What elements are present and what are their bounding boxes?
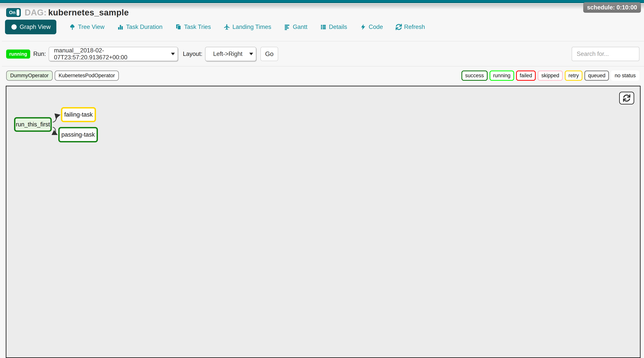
tab-task-duration[interactable]: Task Duration bbox=[117, 24, 162, 31]
certificate-icon bbox=[11, 24, 17, 30]
graph-refresh-button[interactable] bbox=[619, 92, 634, 104]
tab-details[interactable]: Details bbox=[320, 24, 347, 31]
align-left-icon bbox=[284, 24, 290, 30]
tab-landing-times[interactable]: Landing Times bbox=[224, 24, 271, 31]
run-select[interactable]: manual__2018-02-07T23:57:20.913672+00:00 bbox=[49, 47, 178, 61]
list-icon bbox=[320, 24, 326, 30]
tab-label: Task Duration bbox=[126, 24, 162, 31]
divider bbox=[2, 66, 644, 67]
bolt-icon bbox=[360, 24, 366, 30]
task-node-run-this-first[interactable]: run_this_first bbox=[14, 117, 52, 132]
tab-code[interactable]: Code bbox=[360, 24, 383, 31]
dag-graph-canvas[interactable]: run_this_first failing-task passing-task bbox=[6, 86, 640, 358]
dag-header: On DAG:kubernetes_sample bbox=[6, 8, 129, 17]
view-tabs: Graph View Tree View Task Duration Task … bbox=[5, 20, 425, 34]
toggle-knob bbox=[16, 9, 20, 16]
tab-label: Code bbox=[369, 24, 383, 31]
bar-chart-icon bbox=[117, 24, 124, 30]
layout-label: Layout: bbox=[183, 51, 202, 57]
page-title: DAG:kubernetes_sample bbox=[24, 8, 129, 17]
dag-pause-toggle[interactable]: On bbox=[6, 8, 21, 17]
status-legend: success running failed skipped retry que… bbox=[462, 71, 640, 81]
task-node-failing-task[interactable]: failing-task bbox=[61, 107, 96, 122]
airflow-dag-page: On DAG:kubernetes_sample schedule: 0:10:… bbox=[0, 0, 644, 358]
run-select-value: manual__2018-02-07T23:57:20.913672+00:00 bbox=[54, 47, 169, 61]
run-label: Run: bbox=[33, 51, 46, 57]
status-chip-failed: failed bbox=[516, 71, 536, 81]
refresh-icon bbox=[623, 94, 630, 102]
plane-icon bbox=[224, 24, 230, 30]
operator-chip-kubernetespod: KubernetesPodOperator bbox=[55, 71, 119, 81]
legend-row: DummyOperator KubernetesPodOperator succ… bbox=[6, 71, 640, 81]
dag-name: kubernetes_sample bbox=[48, 8, 129, 17]
tree-icon bbox=[69, 24, 76, 30]
tab-label: Landing Times bbox=[232, 24, 271, 31]
tab-task-tries[interactable]: Task Tries bbox=[175, 24, 211, 31]
tab-graph-view[interactable]: Graph View bbox=[5, 20, 56, 34]
search-input[interactable] bbox=[572, 47, 640, 61]
tab-label: Graph View bbox=[20, 24, 50, 31]
operator-chip-dummy: DummyOperator bbox=[6, 71, 53, 81]
status-chip-success: success bbox=[462, 71, 488, 81]
status-chip-queued: queued bbox=[584, 71, 609, 81]
tab-label: Details bbox=[329, 24, 347, 31]
run-status-badge: running bbox=[6, 50, 30, 59]
go-button[interactable]: Go bbox=[260, 47, 278, 61]
schedule-badge: schedule: 0:10:00 bbox=[583, 2, 641, 13]
status-chip-retry: retry bbox=[565, 71, 582, 81]
operator-legend: DummyOperator KubernetesPodOperator bbox=[6, 71, 119, 81]
toggle-on-label: On bbox=[7, 10, 16, 15]
dag-prefix-label: DAG: bbox=[24, 8, 46, 17]
status-chip-skipped: skipped bbox=[538, 71, 563, 81]
tab-refresh[interactable]: Refresh bbox=[396, 24, 425, 31]
layout-select-value: Left->Right bbox=[213, 51, 242, 57]
tab-gantt[interactable]: Gantt bbox=[284, 24, 308, 31]
chevron-down-icon bbox=[249, 53, 253, 55]
tab-tree-view[interactable]: Tree View bbox=[69, 24, 104, 31]
tab-label: Gantt bbox=[293, 24, 308, 31]
tab-label: Refresh bbox=[404, 24, 425, 31]
refresh-icon bbox=[396, 24, 402, 30]
run-controls: running Run: manual__2018-02-07T23:57:20… bbox=[6, 47, 640, 61]
task-node-passing-task[interactable]: passing-task bbox=[58, 127, 98, 142]
divider bbox=[2, 41, 644, 41]
layout-select[interactable]: Left->Right bbox=[205, 47, 256, 61]
duplicate-icon bbox=[175, 24, 182, 30]
tab-label: Task Tries bbox=[184, 24, 211, 31]
status-chip-no-status: no status bbox=[611, 71, 640, 81]
status-chip-running: running bbox=[490, 71, 514, 81]
tab-label: Tree View bbox=[78, 24, 104, 31]
top-navbar bbox=[0, 0, 644, 3]
chevron-down-icon bbox=[171, 53, 175, 55]
